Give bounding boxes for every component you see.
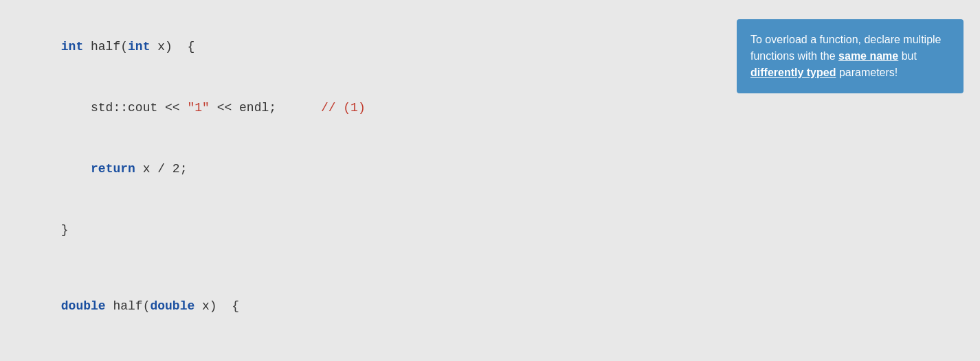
keyword-double-1: double <box>61 299 106 313</box>
code-line-2: std::cout << "1" << endl; // (1) <box>16 78 709 139</box>
code-block: int half(int x) { std::cout << "1" << en… <box>16 14 709 361</box>
tooltip-text-2: but <box>898 50 917 62</box>
keyword-double-2: double <box>150 299 194 313</box>
code-line-3: return x / 2; <box>16 139 709 200</box>
blank-1 <box>16 261 709 276</box>
tooltip-differently-typed: differently typed <box>750 67 836 78</box>
keyword-int-1: int <box>61 40 83 54</box>
tooltip-box: To overload a function, declare multiple… <box>737 19 964 93</box>
code-line-6: cout << "2" << endl; // (2) <box>16 337 709 361</box>
tooltip-same-name: same name <box>838 50 898 62</box>
keyword-int-2: int <box>128 40 150 54</box>
keyword-return-1: return <box>91 162 135 176</box>
code-line-5: double half(double x) { <box>16 276 709 337</box>
page-container: int half(int x) { std::cout << "1" << en… <box>16 14 964 361</box>
tooltip-text-3: parameters! <box>836 67 898 78</box>
code-line-1: int half(int x) { <box>16 16 709 78</box>
code-line-4: } <box>16 200 709 261</box>
